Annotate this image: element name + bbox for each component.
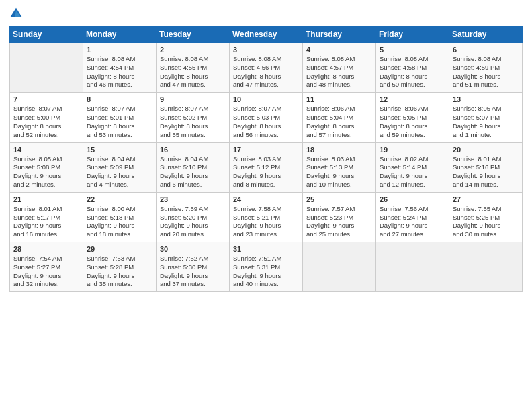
calendar-cell: 21Sunrise: 8:01 AMSunset: 5:17 PMDayligh…	[10, 192, 83, 242]
calendar-cell: 12Sunrise: 8:06 AMSunset: 5:05 PMDayligh…	[376, 93, 449, 142]
day-info: Sunrise: 8:07 AMSunset: 5:03 PMDaylight:…	[233, 105, 299, 139]
day-info: Sunrise: 8:08 AMSunset: 4:56 PMDaylight:…	[233, 55, 299, 89]
day-number: 30	[160, 245, 226, 253]
day-number: 20	[453, 146, 519, 154]
logo	[9, 7, 26, 20]
weekday-header-saturday: Saturday	[449, 26, 523, 43]
calendar-cell: 28Sunrise: 7:54 AMSunset: 5:27 PMDayligh…	[10, 242, 83, 292]
calendar-cell: 29Sunrise: 7:53 AMSunset: 5:28 PMDayligh…	[83, 242, 157, 292]
calendar-cell: 22Sunrise: 8:00 AMSunset: 5:18 PMDayligh…	[83, 192, 157, 242]
weekday-header-row: SundayMondayTuesdayWednesdayThursdayFrid…	[10, 26, 523, 43]
calendar-cell: 20Sunrise: 8:01 AMSunset: 5:16 PMDayligh…	[449, 142, 523, 192]
calendar-cell: 19Sunrise: 8:02 AMSunset: 5:14 PMDayligh…	[376, 142, 449, 192]
day-number: 12	[380, 95, 445, 103]
day-info: Sunrise: 8:03 AMSunset: 5:13 PMDaylight:…	[306, 155, 372, 189]
day-info: Sunrise: 7:51 AMSunset: 5:31 PMDaylight:…	[233, 255, 299, 289]
calendar-cell: 4Sunrise: 8:08 AMSunset: 4:57 PMDaylight…	[303, 43, 376, 93]
calendar-cell: 13Sunrise: 8:05 AMSunset: 5:07 PMDayligh…	[449, 93, 523, 142]
calendar-cell: 26Sunrise: 7:56 AMSunset: 5:24 PMDayligh…	[376, 192, 449, 242]
day-info: Sunrise: 8:08 AMSunset: 4:54 PMDaylight:…	[87, 55, 152, 89]
calendar-week-row: 7Sunrise: 8:07 AMSunset: 5:00 PMDaylight…	[10, 93, 523, 142]
calendar-cell: 2Sunrise: 8:08 AMSunset: 4:55 PMDaylight…	[157, 43, 230, 93]
calendar-cell: 6Sunrise: 8:08 AMSunset: 4:59 PMDaylight…	[449, 43, 523, 93]
day-info: Sunrise: 7:59 AMSunset: 5:20 PMDaylight:…	[160, 205, 226, 239]
day-info: Sunrise: 8:08 AMSunset: 4:57 PMDaylight:…	[306, 55, 372, 89]
day-number: 28	[13, 245, 79, 253]
day-info: Sunrise: 8:07 AMSunset: 5:01 PMDaylight:…	[87, 105, 152, 139]
day-number: 1	[87, 46, 152, 54]
calendar-cell: 18Sunrise: 8:03 AMSunset: 5:13 PMDayligh…	[303, 142, 376, 192]
calendar-cell: 24Sunrise: 7:58 AMSunset: 5:21 PMDayligh…	[230, 192, 303, 242]
calendar-body: 1Sunrise: 8:08 AMSunset: 4:54 PMDaylight…	[10, 43, 523, 292]
day-info: Sunrise: 8:00 AMSunset: 5:18 PMDaylight:…	[87, 205, 152, 239]
calendar-cell: 11Sunrise: 8:06 AMSunset: 5:04 PMDayligh…	[303, 93, 376, 142]
day-info: Sunrise: 8:07 AMSunset: 5:00 PMDaylight:…	[13, 105, 79, 139]
calendar-cell: 10Sunrise: 8:07 AMSunset: 5:03 PMDayligh…	[230, 93, 303, 142]
day-info: Sunrise: 7:57 AMSunset: 5:23 PMDaylight:…	[306, 205, 372, 239]
calendar-cell: 30Sunrise: 7:52 AMSunset: 5:30 PMDayligh…	[157, 242, 230, 292]
day-number: 27	[453, 195, 519, 203]
calendar-cell: 7Sunrise: 8:07 AMSunset: 5:00 PMDaylight…	[10, 93, 83, 142]
calendar-cell	[376, 242, 449, 292]
calendar-cell: 14Sunrise: 8:05 AMSunset: 5:08 PMDayligh…	[10, 142, 83, 192]
calendar-cell: 15Sunrise: 8:04 AMSunset: 5:09 PMDayligh…	[83, 142, 157, 192]
day-number: 14	[13, 146, 79, 154]
day-info: Sunrise: 7:55 AMSunset: 5:25 PMDaylight:…	[453, 205, 519, 239]
day-info: Sunrise: 7:56 AMSunset: 5:24 PMDaylight:…	[380, 205, 445, 239]
calendar-cell: 5Sunrise: 8:08 AMSunset: 4:58 PMDaylight…	[376, 43, 449, 93]
day-number: 31	[233, 245, 299, 253]
day-info: Sunrise: 8:08 AMSunset: 4:55 PMDaylight:…	[160, 55, 226, 89]
calendar-table: SundayMondayTuesdayWednesdayThursdayFrid…	[9, 26, 523, 292]
day-number: 29	[87, 245, 152, 253]
day-info: Sunrise: 8:02 AMSunset: 5:14 PMDaylight:…	[380, 155, 445, 189]
calendar-week-row: 21Sunrise: 8:01 AMSunset: 5:17 PMDayligh…	[10, 192, 523, 242]
weekday-header-wednesday: Wednesday	[230, 26, 303, 43]
weekday-header-thursday: Thursday	[303, 26, 376, 43]
day-number: 11	[306, 95, 372, 103]
weekday-header-friday: Friday	[376, 26, 449, 43]
day-number: 13	[453, 95, 519, 103]
day-number: 26	[380, 195, 445, 203]
day-info: Sunrise: 8:08 AMSunset: 4:59 PMDaylight:…	[453, 55, 519, 89]
day-info: Sunrise: 8:04 AMSunset: 5:09 PMDaylight:…	[87, 155, 152, 189]
calendar-cell: 31Sunrise: 7:51 AMSunset: 5:31 PMDayligh…	[230, 242, 303, 292]
day-number: 25	[306, 195, 372, 203]
day-number: 23	[160, 195, 226, 203]
weekday-header-sunday: Sunday	[10, 26, 83, 43]
calendar-cell: 8Sunrise: 8:07 AMSunset: 5:01 PMDaylight…	[83, 93, 157, 142]
calendar-cell	[10, 43, 83, 93]
day-number: 24	[233, 195, 299, 203]
day-info: Sunrise: 8:01 AMSunset: 5:17 PMDaylight:…	[13, 205, 79, 239]
day-info: Sunrise: 7:52 AMSunset: 5:30 PMDaylight:…	[160, 255, 226, 289]
calendar-cell: 27Sunrise: 7:55 AMSunset: 5:25 PMDayligh…	[449, 192, 523, 242]
day-info: Sunrise: 8:07 AMSunset: 5:02 PMDaylight:…	[160, 105, 226, 139]
calendar-cell: 16Sunrise: 8:04 AMSunset: 5:10 PMDayligh…	[157, 142, 230, 192]
day-number: 21	[13, 195, 79, 203]
header	[9, 7, 523, 20]
page-container: SundayMondayTuesdayWednesdayThursdayFrid…	[0, 0, 532, 299]
logo-icon	[9, 7, 23, 20]
weekday-header-tuesday: Tuesday	[157, 26, 230, 43]
day-number: 3	[233, 46, 299, 54]
day-number: 6	[453, 46, 519, 54]
day-info: Sunrise: 8:03 AMSunset: 5:12 PMDaylight:…	[233, 155, 299, 189]
calendar-cell: 23Sunrise: 7:59 AMSunset: 5:20 PMDayligh…	[157, 192, 230, 242]
calendar-week-row: 14Sunrise: 8:05 AMSunset: 5:08 PMDayligh…	[10, 142, 523, 192]
weekday-header-monday: Monday	[83, 26, 157, 43]
calendar-week-row: 1Sunrise: 8:08 AMSunset: 4:54 PMDaylight…	[10, 43, 523, 93]
calendar-week-row: 28Sunrise: 7:54 AMSunset: 5:27 PMDayligh…	[10, 242, 523, 292]
day-number: 4	[306, 46, 372, 54]
day-info: Sunrise: 8:06 AMSunset: 5:05 PMDaylight:…	[380, 105, 445, 139]
calendar-cell: 9Sunrise: 8:07 AMSunset: 5:02 PMDaylight…	[157, 93, 230, 142]
day-info: Sunrise: 8:04 AMSunset: 5:10 PMDaylight:…	[160, 155, 226, 189]
day-number: 10	[233, 95, 299, 103]
calendar-cell	[303, 242, 376, 292]
calendar-cell: 1Sunrise: 8:08 AMSunset: 4:54 PMDaylight…	[83, 43, 157, 93]
day-number: 17	[233, 146, 299, 154]
day-number: 22	[87, 195, 152, 203]
day-info: Sunrise: 8:06 AMSunset: 5:04 PMDaylight:…	[306, 105, 372, 139]
day-info: Sunrise: 7:54 AMSunset: 5:27 PMDaylight:…	[13, 255, 79, 289]
day-number: 16	[160, 146, 226, 154]
calendar-cell	[449, 242, 523, 292]
day-info: Sunrise: 8:05 AMSunset: 5:08 PMDaylight:…	[13, 155, 79, 189]
